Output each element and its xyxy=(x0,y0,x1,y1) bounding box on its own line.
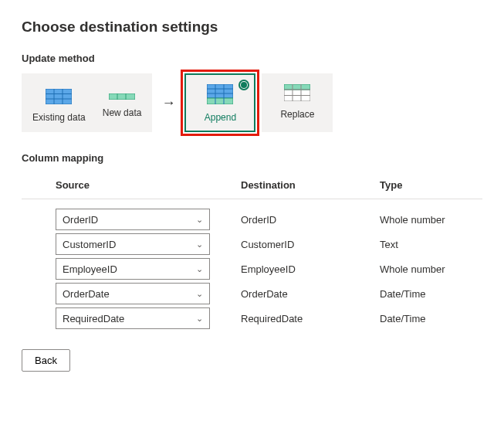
source-dropdown-value: EmployeeID xyxy=(63,263,117,275)
type-cell: Whole number xyxy=(380,263,488,275)
page-title: Choose destination settings xyxy=(22,19,482,36)
append-table-icon xyxy=(207,84,233,104)
header-type: Type xyxy=(380,179,488,191)
new-data-col: New data xyxy=(103,93,142,118)
mapping-row: RequiredDate⌄RequiredDateDate/Time xyxy=(22,306,482,331)
svg-rect-15 xyxy=(284,84,310,90)
mapping-row: OrderID⌄OrderIDWhole number xyxy=(22,207,482,232)
destination-cell: OrderID xyxy=(241,214,380,226)
chevron-down-icon: ⌄ xyxy=(196,314,203,324)
replace-caption: Replace xyxy=(280,109,314,120)
destination-cell: OrderDate xyxy=(241,288,380,300)
svg-rect-5 xyxy=(109,93,135,100)
replace-option-card[interactable]: Replace xyxy=(262,73,333,132)
destination-cell: CustomerID xyxy=(241,239,380,250)
source-dropdown[interactable]: OrderID⌄ xyxy=(56,209,210,230)
column-mapping-label: Column mapping xyxy=(22,152,482,164)
chevron-down-icon: ⌄ xyxy=(196,289,203,299)
type-cell: Whole number xyxy=(380,214,488,226)
source-dropdown-value: CustomerID xyxy=(63,239,116,250)
svg-rect-0 xyxy=(46,89,72,104)
type-cell: Date/Time xyxy=(380,313,488,324)
source-dropdown-value: OrderID xyxy=(63,214,98,226)
mapping-row: EmployeeID⌄EmployeeIDWhole number xyxy=(22,256,482,281)
append-caption: Append xyxy=(205,112,236,123)
source-dropdown-value: OrderDate xyxy=(63,288,110,300)
chevron-down-icon: ⌄ xyxy=(196,264,203,274)
update-method-row: Existing data New data → Append xyxy=(22,73,482,132)
header-source: Source xyxy=(56,179,210,191)
existing-data-caption: Existing data xyxy=(32,112,86,123)
back-button[interactable]: Back xyxy=(22,349,70,372)
column-mapping-section: Column mapping Source Destination Type O… xyxy=(22,152,482,331)
header-destination: Destination xyxy=(241,179,380,191)
source-dropdown[interactable]: CustomerID⌄ xyxy=(56,233,210,255)
mapping-row: OrderDate⌄OrderDateDate/Time xyxy=(22,281,482,306)
append-option-card[interactable]: Append xyxy=(184,73,255,132)
svg-rect-8 xyxy=(207,84,233,98)
type-cell: Text xyxy=(380,239,488,250)
new-data-caption: New data xyxy=(103,107,142,118)
type-cell: Date/Time xyxy=(380,288,488,300)
destination-cell: EmployeeID xyxy=(241,263,380,275)
chevron-down-icon: ⌄ xyxy=(196,239,203,250)
chevron-down-icon: ⌄ xyxy=(196,215,203,225)
source-dropdown[interactable]: RequiredDate⌄ xyxy=(56,307,210,329)
source-dropdown-value: RequiredDate xyxy=(63,313,124,324)
replace-table-icon xyxy=(284,84,310,101)
source-dropdown[interactable]: EmployeeID⌄ xyxy=(56,258,210,280)
mapping-row: CustomerID⌄CustomerIDText xyxy=(22,232,482,256)
new-table-icon xyxy=(109,93,135,100)
source-dropdown[interactable]: OrderDate⌄ xyxy=(56,283,210,304)
data-diagram: Existing data New data xyxy=(22,73,152,132)
selected-radio-icon xyxy=(238,80,249,90)
existing-table-icon xyxy=(46,89,72,104)
destination-cell: RequiredDate xyxy=(241,313,380,324)
arrow-icon: → xyxy=(152,73,184,132)
svg-rect-11 xyxy=(207,98,233,104)
existing-data-col: Existing data xyxy=(32,89,86,123)
update-method-label: Update method xyxy=(22,53,482,64)
mapping-header-row: Source Destination Type xyxy=(22,173,482,199)
